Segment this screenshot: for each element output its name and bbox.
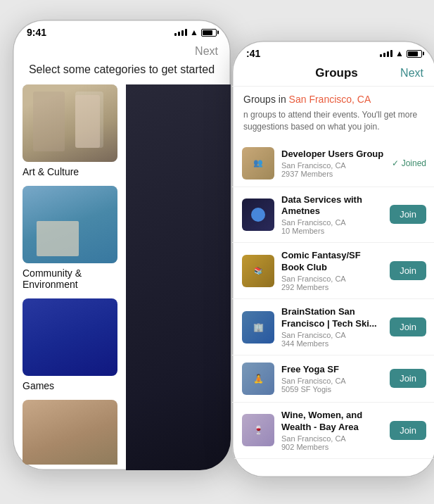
group-members-developer: 2937 Members <box>281 170 385 178</box>
battery-icon-1 <box>201 29 217 37</box>
group-item-developer[interactable]: 👥 Developer Users Group San Francisco, C… <box>232 140 434 187</box>
group-members-wine: 902 Members <box>281 443 383 451</box>
group-avatar-comic: 📚 <box>242 255 274 287</box>
group-avatar-brain: 🏢 <box>242 311 274 344</box>
group-name-comic: Comic Fantasy/SF Book Club <box>281 250 383 274</box>
category-label-art: Art & Culture <box>23 166 117 177</box>
group-location-brain: San Francisco, CA <box>281 331 383 339</box>
next-button-1[interactable]: Next <box>195 45 218 58</box>
signal-bars-1 <box>174 29 187 36</box>
groups-description: n groups to attend their events. You'll … <box>232 109 434 140</box>
category-item-art[interactable]: Art & Culture <box>23 84 117 177</box>
group-info-wine: Wine, Women, and Wealth - Bay Area San F… <box>281 410 383 451</box>
group-item-comic[interactable]: 📚 Comic Fantasy/SF Book Club San Francis… <box>232 243 434 299</box>
p1-header: Next <box>13 41 231 61</box>
category-label-games: Games <box>23 380 117 391</box>
join-button-wine[interactable]: Join <box>390 421 426 440</box>
group-info-yoga: Free Yoga SF San Francisco, CA 5059 SF Y… <box>281 364 383 393</box>
battery-icon-2 <box>407 50 422 58</box>
group-action-data[interactable]: Join <box>390 205 426 224</box>
category-img-travel <box>23 400 117 465</box>
group-action-yoga[interactable]: Join <box>390 369 426 388</box>
wifi-icon-1: ▲ <box>190 27 198 37</box>
group-item-brain[interactable]: 🏢 BrainStation San Francisco | Tech Ski.… <box>232 299 434 355</box>
group-name-data: Data Services with Ametnes <box>281 194 383 218</box>
join-button-data[interactable]: Join <box>390 205 426 224</box>
group-item-yoga[interactable]: 🧘 Free Yoga SF San Francisco, CA 5059 SF… <box>232 355 434 403</box>
category-item-community[interactable]: Community & Environment <box>23 186 117 290</box>
group-members-brain: 344 Members <box>281 339 383 348</box>
group-location-wine: San Francisco, CA <box>281 434 383 443</box>
city-label: San Francisco, CA <box>289 94 371 105</box>
group-item-wine[interactable]: 🍷 Wine, Women, and Wealth - Bay Area San… <box>232 403 434 459</box>
time-2: :41 <box>246 48 260 59</box>
join-button-comic[interactable]: Join <box>390 261 426 280</box>
group-name-developer: Developer Users Group <box>281 149 385 160</box>
group-avatar-data <box>242 199 274 231</box>
category-img-community <box>23 186 117 263</box>
join-button-yoga[interactable]: Join <box>390 369 426 388</box>
phone-1: 9:41 ▲ Next Select some categories to ge… <box>13 20 231 470</box>
status-bar-2: :41 ▲ <box>232 41 434 62</box>
next-button-2[interactable]: Next <box>400 67 423 80</box>
signal-bars-2 <box>380 50 392 57</box>
group-members-comic: 292 Members <box>281 283 383 291</box>
group-info-comic: Comic Fantasy/SF Book Club San Francisco… <box>281 250 383 291</box>
phone-2-content: Groups Next Groups in San Francisco, CA … <box>232 62 434 472</box>
category-label-community: Community & Environment <box>23 267 117 290</box>
group-avatar-yoga: 🧘 <box>242 363 274 395</box>
group-action-developer: ✓ Joined <box>392 158 426 168</box>
phone-1-content: Next Select some categories to get start… <box>13 41 231 465</box>
group-info-developer: Developer Users Group San Francisco, CA … <box>281 149 385 178</box>
status-icons-2: ▲ <box>380 49 422 58</box>
group-name-wine: Wine, Women, and Wealth - Bay Area <box>281 410 383 434</box>
category-img-games <box>23 298 117 376</box>
group-info-brain: BrainStation San Francisco | Tech Ski...… <box>281 306 383 348</box>
category-item-career[interactable]: Career & Business <box>126 84 221 177</box>
category-img-career <box>126 84 221 162</box>
group-location-data: San Francisco, CA <box>281 218 383 227</box>
categories-title: Select some categories to get started <box>13 61 231 84</box>
group-info-data: Data Services with Ametnes San Francisco… <box>281 194 383 236</box>
time-1: 9:41 <box>27 27 46 38</box>
groups-list: 👥 Developer Users Group San Francisco, C… <box>232 140 434 472</box>
group-members-data: 10 Members <box>281 227 383 235</box>
group-item-data[interactable]: Data Services with Ametnes San Francisco… <box>232 187 434 244</box>
status-icons-1: ▲ <box>174 27 217 37</box>
group-name-yoga: Free Yoga SF <box>281 364 383 376</box>
groups-subtitle: Groups in San Francisco, CA <box>232 87 434 109</box>
category-item-games[interactable]: Games <box>23 298 117 391</box>
group-action-comic[interactable]: Join <box>390 261 426 280</box>
category-img-art <box>23 84 117 162</box>
wifi-icon-2: ▲ <box>395 49 404 58</box>
group-location-yoga: San Francisco, CA <box>281 377 383 385</box>
group-avatar-developer: 👥 <box>242 147 274 179</box>
status-bar-1: 9:41 ▲ <box>13 20 231 41</box>
category-item-travel[interactable]: Travel & Adventure <box>23 400 117 465</box>
group-action-wine[interactable]: Join <box>390 421 426 440</box>
group-location-developer: San Francisco, CA <box>281 161 385 170</box>
group-action-brain[interactable]: Join <box>390 317 426 336</box>
group-avatar-wine: 🍷 <box>242 414 274 446</box>
group-members-yoga: 5059 SF Yogis <box>281 385 383 393</box>
categories-grid: Art & Culture Career & Business Co <box>13 84 231 465</box>
group-name-brain: BrainStation San Francisco | Tech Ski... <box>281 306 383 330</box>
joined-badge: ✓ Joined <box>392 158 426 168</box>
groups-title: Groups <box>273 66 400 80</box>
group-location-comic: San Francisco, CA <box>281 275 383 283</box>
join-button-brain[interactable]: Join <box>390 317 426 336</box>
phone-2: :41 ▲ Groups Next Groups in San Francisc… <box>232 41 434 477</box>
p2-header: Groups Next <box>232 62 434 87</box>
